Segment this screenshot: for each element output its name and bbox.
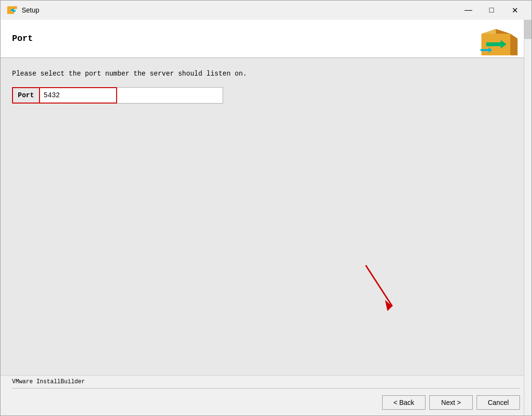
scrollbar-thumb [524,20,532,39]
setup-icon [6,4,18,16]
brand-text: VMware InstallBuilder [0,376,532,385]
svg-line-12 [366,265,392,306]
content-area: Please select the port number the server… [0,58,532,375]
footer: VMware InstallBuilder < Back Next > Canc… [0,375,532,416]
scrollbar[interactable] [524,20,532,416]
svg-marker-6 [481,29,496,34]
port-row: Port [12,87,520,104]
window-title: Setup [22,6,457,14]
red-arrow [361,260,399,320]
close-button[interactable]: ✕ [504,3,526,17]
svg-marker-9 [510,34,518,55]
title-bar-controls: — □ ✕ [457,3,526,17]
minimize-button[interactable]: — [457,3,479,17]
svg-marker-13 [385,300,397,311]
page-title: Port [12,34,33,43]
cancel-button[interactable]: Cancel [477,395,520,410]
next-button[interactable]: Next > [429,395,473,410]
port-label: Port [12,87,40,104]
footer-divider [12,388,520,389]
title-bar: Setup — □ ✕ [0,0,532,20]
annotation-area [12,104,520,364]
back-button[interactable]: < Back [382,395,426,410]
header-logo [472,19,520,58]
port-input[interactable] [40,87,117,104]
description-text: Please select the port number the server… [12,70,520,78]
maximize-button[interactable]: □ [480,3,503,17]
header-section: Port [0,20,532,58]
port-input-extra[interactable] [117,87,223,104]
setup-window: Setup — □ ✕ Port [0,0,532,416]
footer-buttons: < Back Next > Cancel [0,391,532,416]
svg-marker-7 [496,29,510,34]
